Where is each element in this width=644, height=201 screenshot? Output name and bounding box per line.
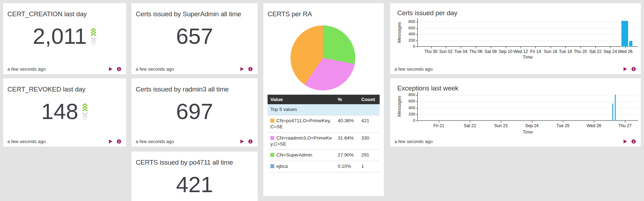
big-number-row: 697 bbox=[131, 98, 258, 124]
x-tick-label: Wed 26 bbox=[583, 123, 605, 128]
count-value: 697 bbox=[176, 100, 213, 123]
widget-info-button[interactable] bbox=[117, 67, 121, 71]
top-value-row: CN=po4711,O=PrimeKey,C=SE40.36%421 bbox=[268, 115, 380, 132]
x-tick bbox=[594, 121, 594, 123]
x-tick-label: Wed 26 bbox=[614, 49, 636, 54]
widget-certs-per-day: Certs issued per day Messages 8006004002… bbox=[390, 3, 641, 74]
value-label: ejbca bbox=[276, 164, 288, 169]
x-tick bbox=[521, 47, 521, 48]
x-tick bbox=[491, 47, 491, 48]
info-icon bbox=[117, 67, 121, 71]
play-icon bbox=[109, 67, 113, 71]
x-tick-label: Sep 24 bbox=[521, 123, 543, 128]
top-value-row: ejbca0.10%1 bbox=[268, 161, 380, 172]
x-tick bbox=[551, 47, 551, 48]
updated-ago: a few seconds ago bbox=[394, 66, 433, 72]
replay-search-button[interactable] bbox=[109, 67, 113, 71]
widget-title: Certs issued by radmin3 all time bbox=[136, 85, 229, 93]
group-label: Top 5 values bbox=[268, 104, 380, 115]
x-tick bbox=[610, 47, 611, 48]
widget-info-button[interactable] bbox=[248, 67, 253, 71]
replay-search-button[interactable] bbox=[240, 139, 244, 144]
gridline bbox=[418, 114, 638, 115]
replay-search-button[interactable] bbox=[109, 139, 113, 144]
replay-search-button[interactable] bbox=[240, 67, 244, 71]
count-value: 2,011 bbox=[33, 25, 87, 47]
x-tick bbox=[501, 121, 501, 123]
updated-ago: a few seconds ago bbox=[394, 139, 433, 144]
y-tick-label: 400 bbox=[404, 32, 415, 36]
widget-footer: a few seconds ago bbox=[7, 66, 121, 72]
updated-ago: a few seconds ago bbox=[7, 66, 45, 72]
widget-radmin3: Certs issued by radmin3 all time 697 a f… bbox=[131, 78, 258, 147]
info-icon bbox=[631, 139, 636, 144]
replay-search-button[interactable] bbox=[623, 139, 627, 144]
widget-info-button[interactable] bbox=[248, 139, 253, 144]
dashboard: CERT_CREATION last day 2,011 a few secon… bbox=[0, 0, 644, 201]
widget-info-button[interactable] bbox=[117, 139, 121, 144]
pct-cell: 0.10% bbox=[335, 161, 358, 172]
play-icon bbox=[623, 67, 627, 71]
value-label: CN=raadmin3,O=PrimeKey,C=SE bbox=[270, 135, 332, 147]
y-tick bbox=[416, 114, 418, 115]
big-number-row: 2,011 bbox=[3, 23, 126, 49]
widget-footer: a few seconds ago bbox=[394, 139, 636, 144]
widget-footer: a few seconds ago bbox=[394, 66, 636, 72]
x-axis-title: Time bbox=[417, 129, 638, 135]
info-icon bbox=[117, 139, 121, 144]
gridline bbox=[418, 28, 638, 29]
x-tick bbox=[470, 121, 470, 123]
value-label: CN=SuperAdmin bbox=[276, 152, 312, 158]
widget-cert-revoked: CERT_REVOKED last day 148 a few seconds … bbox=[3, 78, 126, 147]
x-tick-label: Sat 22 bbox=[459, 123, 481, 128]
x-tick bbox=[532, 121, 532, 123]
column-header-count: Count bbox=[358, 95, 380, 104]
y-tick bbox=[416, 95, 418, 95]
widget-title: CERT_CREATION last day bbox=[7, 10, 87, 18]
x-tick bbox=[625, 47, 626, 48]
widget-info-button[interactable] bbox=[631, 139, 636, 144]
y-tick-label: 0 bbox=[404, 118, 415, 123]
y-tick-label: 200 bbox=[404, 112, 415, 116]
x-tick-label: Sun 23 bbox=[490, 123, 512, 128]
x-tick bbox=[506, 47, 506, 48]
y-tick-label: 800 bbox=[404, 93, 415, 97]
count-cell: 291 bbox=[358, 150, 380, 161]
histogram-bar bbox=[612, 104, 613, 121]
x-tick-label: Fri 21 bbox=[428, 123, 450, 128]
gridline bbox=[418, 22, 638, 22]
gridline bbox=[418, 101, 638, 102]
updated-ago: a few seconds ago bbox=[136, 66, 174, 72]
series-color-swatch bbox=[270, 153, 274, 157]
info-icon bbox=[631, 67, 636, 71]
group-row: Top 5 values bbox=[268, 104, 380, 115]
y-axis-title: Messages bbox=[396, 92, 402, 121]
table-header-row: Value % Count bbox=[268, 95, 380, 104]
x-tick bbox=[431, 47, 431, 48]
series-color-swatch bbox=[270, 119, 274, 123]
widget-certs-per-ra: CERTS per RA Value % Count Top 5 values … bbox=[263, 3, 384, 196]
histogram-bar bbox=[615, 95, 616, 121]
x-axis-title: Time bbox=[417, 54, 638, 60]
play-icon bbox=[623, 139, 627, 144]
y-tick bbox=[416, 121, 418, 121]
y-tick bbox=[416, 108, 418, 108]
value-cell: CN=raadmin3,O=PrimeKey,C=SE bbox=[268, 132, 335, 150]
value-cell: ejbca bbox=[268, 161, 335, 172]
gridline bbox=[418, 41, 638, 41]
widget-title: CERTS per RA bbox=[268, 10, 312, 18]
x-tick-label: Thu 27 bbox=[614, 123, 636, 128]
series-color-swatch bbox=[270, 136, 274, 140]
y-tick bbox=[416, 101, 418, 102]
y-tick-label: 800 bbox=[404, 19, 415, 24]
replay-search-button[interactable] bbox=[623, 67, 627, 71]
widget-title: Certs issued by SuperAdmin all time bbox=[136, 10, 241, 18]
widget-title: Certs issued per day bbox=[397, 9, 457, 17]
y-tick-label: 400 bbox=[404, 106, 415, 110]
pct-cell: 40.36% bbox=[335, 115, 358, 132]
y-tick bbox=[416, 34, 418, 35]
widget-info-button[interactable] bbox=[631, 67, 636, 71]
trend-higher-icon bbox=[82, 103, 88, 120]
pie-table-body: Top 5 values CN=po4711,O=PrimeKey,C=SE40… bbox=[268, 104, 380, 172]
gridline bbox=[418, 95, 638, 95]
